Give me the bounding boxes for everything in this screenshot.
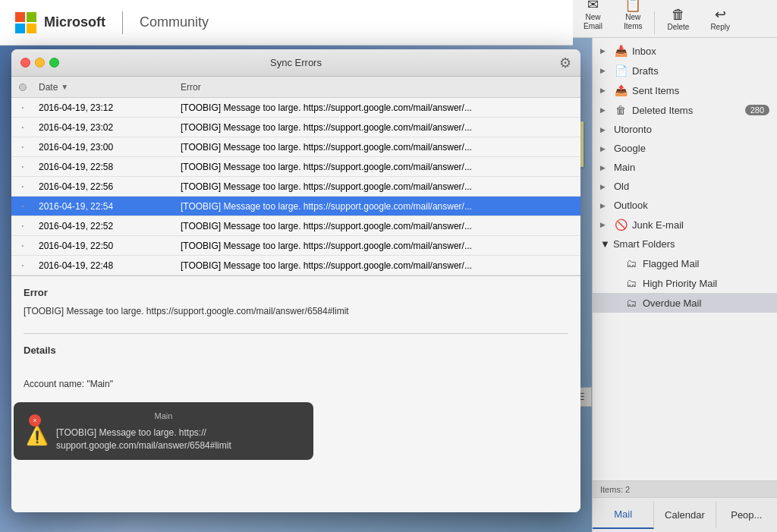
dialog-titlebar: Sync Errors ⚙	[11, 49, 580, 77]
folder-name: Outlook	[614, 200, 769, 211]
table-row[interactable]: • 2016-04-19, 22:58 [TOOBIG] Message too…	[11, 157, 580, 177]
th-date-label: Date	[39, 82, 58, 93]
table-header: Date ▼ Error	[11, 77, 580, 98]
row-date: 2016-04-19, 23:00	[34, 142, 175, 153]
expand-icon: ▶	[600, 126, 609, 134]
new-items-label: NewItems	[624, 13, 642, 31]
error-detail-text: [TOOBIG] Message too large. https://supp…	[24, 304, 568, 318]
outlook-toolbar: ✉ NewEmail 📋 NewItems 🗑 Delete ↩ Reply	[573, 0, 777, 38]
folder-icon: 📤	[614, 84, 628, 96]
items-count: Items: 2	[600, 485, 630, 494]
reply-label: Reply	[710, 23, 730, 31]
smart-folder-item[interactable]: 🗂Overdue Mail	[593, 293, 777, 313]
smart-folder-item[interactable]: 🗂Flagged Mail	[593, 253, 777, 273]
sort-arrow-icon: ▼	[61, 83, 68, 91]
delete-icon: 🗑	[672, 8, 685, 21]
sidebar-folder-item[interactable]: ▶📤Sent Items	[593, 80, 777, 100]
table-row[interactable]: • 2016-04-19, 23:02 [TOOBIG] Message too…	[11, 118, 580, 137]
window-close-button[interactable]	[20, 58, 30, 68]
table-row[interactable]: • 2016-04-19, 22:52 [TOOBIG] Message too…	[11, 216, 580, 236]
new-email-icon: ✉	[587, 0, 599, 11]
sidebar-folder-item[interactable]: ▶Main	[593, 158, 777, 177]
collapse-icon: ▼	[600, 238, 610, 250]
row-date: 2016-04-19, 22:50	[34, 241, 175, 251]
toolbar-separator	[654, 11, 655, 34]
delete-label: Delete	[667, 23, 689, 31]
folder-badge: 280	[745, 105, 769, 115]
notification-bar: × Main ⚠️ [TOOBIG] Message too large. ht…	[14, 402, 313, 460]
row-indicator: •	[11, 163, 34, 170]
sidebar-folder-item[interactable]: ▶Outlook	[593, 196, 777, 215]
folder-name: Deleted Items	[632, 105, 741, 116]
row-date: 2016-04-19, 23:12	[34, 102, 175, 113]
delete-button[interactable]: 🗑 Delete	[656, 5, 700, 34]
detail-area: Error [TOOBIG] Message too large. https:…	[11, 276, 580, 512]
window-maximize-button[interactable]	[49, 58, 59, 68]
th-indicator	[11, 83, 34, 91]
table-row[interactable]: • 2016-04-19, 22:48 [TOOBIG] Message too…	[11, 256, 580, 275]
smart-folders-group[interactable]: ▼Smart Folders	[593, 235, 777, 253]
folder-icon: 🗑	[614, 104, 628, 116]
sidebar-folder-item[interactable]: ▶Google	[593, 139, 777, 158]
tab-peop[interactable]: Peop...	[716, 502, 777, 528]
sidebar-folder-item[interactable]: ▶📥Inbox	[593, 41, 777, 61]
new-email-button[interactable]: ✉ NewEmail	[573, 0, 613, 34]
th-date[interactable]: Date ▼	[34, 82, 175, 93]
row-date: 2016-04-19, 22:58	[34, 162, 175, 172]
folder-name: Junk E-mail	[632, 219, 769, 231]
sync-table: Date ▼ Error • 2016-04-19, 23:12 [TOOBIG…	[11, 77, 580, 276]
detail-divider	[24, 333, 568, 334]
table-row[interactable]: • 2016-04-19, 22:54 [TOOBIG] Message too…	[11, 197, 580, 216]
expand-icon: ▶	[600, 87, 609, 94]
table-row[interactable]: • 2016-04-19, 22:50 [TOOBIG] Message too…	[11, 236, 580, 256]
row-error: [TOOBIG] Message too large. https://supp…	[175, 122, 580, 133]
sidebar-folder-item[interactable]: ▶🚫Junk E-mail	[593, 215, 777, 235]
smart-folder-item[interactable]: 🗂High Priority Mail	[593, 273, 777, 293]
ms-community-header: Microsoft Community	[0, 0, 573, 46]
folder-name: Sent Items	[632, 85, 769, 96]
error-section-title: Error	[24, 287, 568, 298]
table-row[interactable]: • 2016-04-19, 23:12 [TOOBIG] Message too…	[11, 98, 580, 118]
reply-button[interactable]: ↩ Reply	[700, 5, 741, 34]
new-items-button[interactable]: 📋 NewItems	[613, 0, 653, 34]
row-error: [TOOBIG] Message too large. https://supp…	[175, 221, 580, 231]
tab-calendar[interactable]: Calendar	[654, 502, 716, 528]
account-detail-text: Account name: "Main"	[24, 377, 568, 391]
new-items-icon: 📋	[624, 0, 641, 11]
sidebar-folder-item[interactable]: ▶📄Drafts	[593, 61, 777, 80]
expand-icon: ▶	[600, 106, 609, 114]
th-error: Error	[175, 82, 580, 93]
notification-message: [TOOBIG] Message too large. https:// sup…	[56, 427, 301, 452]
bottom-tabs: MailCalendarPeop...	[593, 497, 777, 532]
expand-icon: ▶	[600, 67, 609, 74]
smart-folder-name: High Priority Mail	[643, 278, 769, 289]
tab-mail[interactable]: Mail	[593, 501, 654, 529]
row-date: 2016-04-19, 23:02	[34, 122, 175, 133]
table-body: • 2016-04-19, 23:12 [TOOBIG] Message too…	[11, 98, 580, 275]
row-error: [TOOBIG] Message too large. https://supp…	[175, 260, 580, 271]
folder-name: Main	[614, 162, 769, 173]
table-row[interactable]: • 2016-04-19, 22:56 [TOOBIG] Message too…	[11, 177, 580, 197]
folder-icon: 📥	[614, 45, 628, 57]
sidebar-folder-item[interactable]: ▶🗑Deleted Items280	[593, 100, 777, 120]
items-count-bar: Items: 2	[593, 480, 777, 497]
folder-name: Google	[614, 143, 769, 154]
folder-icon: 🗂	[624, 257, 638, 269]
notification-body: ⚠️ [TOOBIG] Message too large. https:// …	[23, 427, 304, 452]
table-row[interactable]: • 2016-04-19, 23:00 [TOOBIG] Message too…	[11, 137, 580, 157]
window-minimize-button[interactable]	[35, 58, 45, 68]
sidebar-folder-item[interactable]: ▶Old	[593, 177, 777, 196]
folder-name: Drafts	[632, 65, 769, 77]
ms-logo: Microsoft Community	[15, 11, 209, 34]
row-error: [TOOBIG] Message too large. https://supp…	[175, 201, 580, 212]
expand-icon: ▶	[600, 202, 609, 209]
ms-header-divider	[122, 11, 123, 34]
new-email-label: NewEmail	[584, 13, 602, 31]
row-date: 2016-04-19, 22:48	[34, 260, 175, 271]
row-indicator: •	[11, 222, 34, 229]
expand-icon: ▶	[600, 183, 609, 190]
expand-icon: ▶	[600, 47, 609, 55]
sidebar-folder-item[interactable]: ▶Utoronto	[593, 120, 777, 139]
gear-button[interactable]: ⚙	[559, 55, 571, 71]
row-indicator: •	[11, 104, 34, 111]
